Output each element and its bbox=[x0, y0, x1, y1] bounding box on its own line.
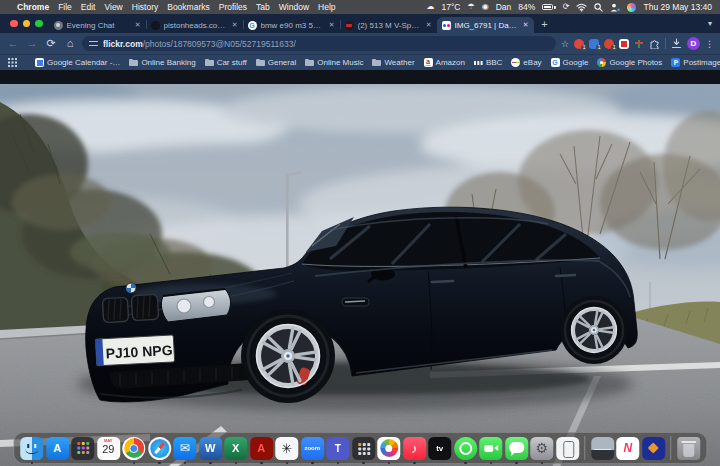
menu-item-profiles[interactable]: Profiles bbox=[219, 2, 247, 12]
forward-button[interactable]: → bbox=[25, 38, 39, 49]
downloads-icon[interactable] bbox=[671, 38, 682, 49]
tab-evening-chat[interactable]: Evening Chat ✕ bbox=[49, 17, 146, 33]
dock-teams[interactable]: T bbox=[326, 437, 349, 460]
dock-acrobat[interactable]: A bbox=[250, 437, 273, 460]
tab-list-chevron-icon[interactable]: ▾ bbox=[708, 19, 712, 28]
chrome-menu-kebab-icon[interactable]: ⋮ bbox=[705, 39, 714, 49]
menu-item-edit[interactable]: Edit bbox=[81, 2, 96, 12]
menu-item-file[interactable]: File bbox=[58, 2, 72, 12]
close-window-button[interactable] bbox=[10, 20, 18, 28]
battery-icon[interactable] bbox=[542, 4, 556, 10]
record-icon[interactable]: ◉ bbox=[482, 3, 489, 11]
bookmark-bbc[interactable]: BBC bbox=[474, 58, 502, 67]
bookmark-google-photos[interactable]: Google Photos bbox=[597, 58, 662, 67]
menu-item-history[interactable]: History bbox=[132, 2, 158, 12]
dock-zoom[interactable]: zoom bbox=[301, 437, 324, 460]
bookmark-postimage[interactable]: Postimage bbox=[671, 58, 720, 67]
menu-datetime[interactable]: Thu 29 May 13:40 bbox=[643, 2, 712, 12]
address-bar[interactable]: flickr.com/photos/187809573@N05/52719511… bbox=[82, 36, 556, 51]
extension-icon-1[interactable]: 1 bbox=[574, 39, 584, 49]
menu-item-help[interactable]: Help bbox=[318, 2, 335, 12]
bookmark-google[interactable]: Google bbox=[551, 58, 589, 67]
bookmark-ebay[interactable]: eBay bbox=[511, 58, 541, 67]
chat-tab-favicon bbox=[54, 21, 63, 30]
user-switch-icon[interactable] bbox=[610, 3, 620, 12]
dock-launchpad[interactable] bbox=[71, 437, 94, 460]
extension-icon-2[interactable]: 1 bbox=[589, 39, 599, 49]
bookmark-folder-car-stuff[interactable]: Car stuff bbox=[205, 58, 247, 67]
tab-close-icon[interactable]: ✕ bbox=[523, 21, 529, 29]
menu-item-view[interactable]: View bbox=[104, 2, 122, 12]
tab-google-search[interactable]: bmw e90 m3 513m wheels - ✕ bbox=[243, 17, 340, 33]
dock-news[interactable]: N bbox=[616, 437, 639, 460]
dock-mail[interactable] bbox=[173, 437, 196, 460]
fullscreen-window-button[interactable] bbox=[35, 20, 43, 28]
minimize-window-button[interactable] bbox=[23, 20, 31, 28]
bbc-icon bbox=[474, 58, 483, 67]
tab-pistonheads-thread[interactable]: pistonheads.com/gassing/pro… ✕ bbox=[146, 17, 243, 33]
dock-music[interactable] bbox=[403, 437, 426, 460]
dock-whatsapp[interactable] bbox=[454, 437, 477, 460]
extension-icon-3[interactable]: 1 bbox=[604, 39, 614, 49]
dock-app-store[interactable]: A bbox=[46, 437, 69, 460]
dock-system-settings[interactable] bbox=[530, 437, 553, 460]
bookmark-amazon[interactable]: Amazon bbox=[424, 58, 465, 67]
menu-app-name[interactable]: Chrome bbox=[17, 2, 49, 12]
menu-item-bookmarks[interactable]: Bookmarks bbox=[167, 2, 210, 12]
site-settings-icon[interactable] bbox=[89, 39, 98, 48]
dock-calendar[interactable]: MAY29 bbox=[97, 437, 120, 460]
reload-button[interactable]: ⟳ bbox=[44, 38, 58, 49]
dock-messages[interactable] bbox=[505, 437, 528, 460]
bookmark-google-calendar[interactable]: Google Calendar -… bbox=[35, 58, 120, 67]
tab-513m-vspoke[interactable]: (2) 513 M V-Spoke | The M3c… ✕ bbox=[340, 17, 437, 33]
bookmark-star-icon[interactable]: ☆ bbox=[561, 39, 569, 49]
bookmark-folder-weather[interactable]: Weather bbox=[372, 58, 414, 67]
tab-close-icon[interactable]: ✕ bbox=[329, 21, 335, 29]
tab-flickr-img-6791[interactable]: IMG_6791 | Damien Bower | F… ✕ bbox=[437, 17, 534, 33]
tab-close-icon[interactable]: ✕ bbox=[232, 21, 238, 29]
dock-apple-tv[interactable]: tv bbox=[428, 437, 451, 460]
umbrella-icon[interactable]: ☂ bbox=[468, 3, 475, 11]
dock-photos[interactable] bbox=[377, 437, 400, 460]
dock-trash[interactable] bbox=[677, 437, 700, 460]
dock-separator bbox=[670, 436, 671, 460]
bookmark-folder-general[interactable]: General bbox=[256, 58, 296, 67]
tab-close-icon[interactable]: ✕ bbox=[426, 21, 432, 29]
dock-safari[interactable] bbox=[148, 437, 171, 460]
search-icon[interactable] bbox=[594, 3, 603, 12]
car-photo-illustration: PJ10 NPG bbox=[0, 84, 720, 466]
dock-word[interactable]: W bbox=[199, 437, 222, 460]
apps-grid-icon[interactable] bbox=[8, 58, 17, 67]
back-button[interactable]: ← bbox=[6, 38, 20, 49]
dock-iphone-mirroring[interactable] bbox=[556, 437, 579, 460]
bookmark-folder-online-banking[interactable]: Online Banking bbox=[129, 58, 195, 67]
bmw-roundel bbox=[126, 283, 136, 293]
home-button[interactable]: ⌂ bbox=[63, 38, 77, 49]
dock-minimized-window[interactable] bbox=[591, 437, 614, 460]
dock-facetime[interactable] bbox=[479, 437, 502, 460]
dock-calculator[interactable] bbox=[352, 437, 375, 460]
google-favicon bbox=[248, 21, 257, 30]
extensions-puzzle-icon[interactable] bbox=[649, 38, 660, 49]
profile-avatar[interactable]: D bbox=[687, 37, 700, 50]
menu-item-tab[interactable]: Tab bbox=[256, 2, 270, 12]
dock-excel[interactable]: X bbox=[224, 437, 247, 460]
dock-finder[interactable] bbox=[20, 437, 43, 460]
sync-icon[interactable]: ⟳ bbox=[563, 3, 570, 11]
bookmark-folder-online-music[interactable]: Online Music bbox=[305, 58, 363, 67]
menu-item-window[interactable]: Window bbox=[279, 2, 309, 12]
menu-user-name[interactable]: Dan bbox=[496, 2, 512, 12]
flickr-photo-bmw-m3[interactable]: PJ10 NPG bbox=[0, 84, 720, 466]
new-tab-button[interactable]: + bbox=[538, 18, 552, 32]
dock-chatgpt[interactable] bbox=[275, 437, 298, 460]
siri-icon[interactable] bbox=[627, 3, 636, 12]
extension-icon-5[interactable] bbox=[634, 39, 644, 49]
menu-temperature[interactable]: 17°C bbox=[442, 2, 461, 12]
dock-chrome[interactable] bbox=[122, 437, 145, 460]
weather-cloud-icon[interactable]: ☁ bbox=[427, 3, 435, 11]
tab-close-icon[interactable]: ✕ bbox=[135, 21, 141, 29]
desktop-screen: Chrome File Edit View History Bookmarks … bbox=[0, 0, 720, 466]
extension-icon-4[interactable] bbox=[619, 39, 629, 49]
wifi-icon[interactable] bbox=[576, 3, 587, 12]
dock-stack[interactable] bbox=[642, 437, 665, 460]
